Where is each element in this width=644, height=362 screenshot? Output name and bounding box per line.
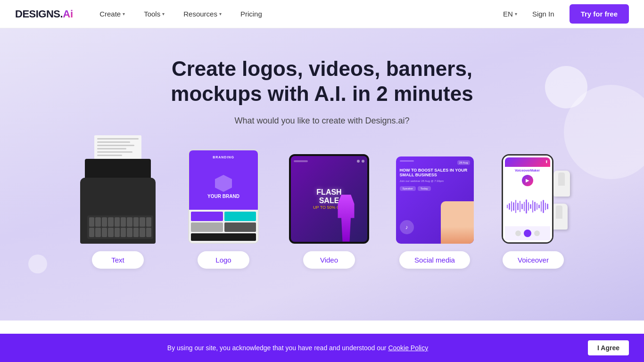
- wave-bar: [543, 200, 544, 213]
- navbar: DESIGNS.Ai Create ▾ Tools ▾ Resources ▾ …: [0, 0, 644, 28]
- wave-bar: [526, 199, 527, 214]
- social-tag: Today: [418, 186, 431, 191]
- tablet-color-grid: [189, 210, 258, 243]
- paper-line: [97, 141, 130, 143]
- video-icons: [357, 160, 364, 163]
- card-text-label: Text: [92, 251, 144, 269]
- logo-tablet-illustration: BRANDING YOUR BRAND: [188, 149, 259, 244]
- key: [115, 228, 120, 237]
- key: [146, 228, 151, 237]
- key: [127, 217, 132, 227]
- cookie-agree-button[interactable]: I Agree: [588, 340, 629, 355]
- grid-cell: [191, 222, 223, 232]
- wave-bar: [547, 204, 548, 209]
- social-date-badge: 28 Aug: [457, 160, 470, 165]
- brand-hexagon: [215, 175, 232, 192]
- cookie-policy-link[interactable]: Cookie Policy: [388, 344, 428, 352]
- wave-bar: [507, 205, 508, 208]
- wave-bar: [520, 201, 521, 212]
- control-dot: [534, 230, 540, 236]
- face-gradient: [441, 201, 474, 244]
- wave-bar: [545, 203, 546, 210]
- social-face: [441, 201, 474, 244]
- cookie-text: By using our site, you acknowledge that …: [15, 344, 580, 352]
- key: [121, 228, 126, 237]
- wave-bar: [509, 203, 510, 210]
- chevron-down-icon: ▾: [123, 11, 125, 16]
- control-dot-active: [524, 230, 531, 237]
- control-dot: [515, 230, 521, 236]
- wave-bar: [538, 205, 540, 208]
- icon-dot: [362, 160, 364, 163]
- key: [108, 217, 113, 227]
- top-bar-line: [400, 160, 414, 162]
- card-video-label: Video: [303, 251, 355, 269]
- card-video-image: FLASHSALE UP TO 50% OFF: [282, 149, 376, 244]
- flash-sale-text: FLASHSALE: [316, 188, 341, 205]
- decorative-circle: [28, 255, 47, 273]
- video-content: FLASHSALE UP TO 50% OFF: [291, 156, 367, 242]
- card-logo-image: BRANDING YOUR BRAND: [176, 149, 271, 244]
- paper-line: [97, 155, 122, 156]
- nav-create[interactable]: Create ▾: [92, 6, 132, 22]
- card-social-image: 28 Aug HOW TO BOOST SALES IN YOUR SMALL …: [388, 149, 482, 244]
- nav-links: Create ▾ Tools ▾ Resources ▾ Pricing: [92, 6, 503, 22]
- key: [115, 217, 120, 227]
- card-voiceover-label: Voiceover: [503, 251, 564, 269]
- card-video[interactable]: FLASHSALE UP TO 50% OFF Video: [282, 149, 376, 269]
- typewriter-illustration: [78, 154, 158, 244]
- wave-bar: [532, 200, 534, 213]
- paper-line: [97, 138, 139, 140]
- card-text-image: [71, 149, 165, 244]
- card-text[interactable]: Text: [71, 149, 165, 269]
- grid-cell: [191, 233, 256, 241]
- paper-line: [97, 145, 134, 146]
- video-top-bar: [291, 160, 367, 163]
- hero-section: Create logos, videos, banners, mockups w…: [0, 28, 644, 321]
- sign-in-button[interactable]: Sign In: [525, 6, 562, 22]
- typewriter-body: [80, 178, 156, 244]
- card-social-media[interactable]: 28 Aug HOW TO BOOST SALES IN YOUR SMALL …: [388, 149, 482, 269]
- key: [121, 217, 126, 227]
- phone-controls: [505, 226, 550, 240]
- voiceover-illustration: ⬆ VoiceoverMaker ▶: [497, 152, 570, 244]
- card-social-label: Social media: [399, 251, 470, 269]
- nav-right: EN ▾ Sign In Try for free: [503, 4, 629, 24]
- key: [95, 228, 100, 237]
- nav-resources[interactable]: Resources ▾: [176, 6, 229, 22]
- play-button-area: ▶: [505, 174, 550, 187]
- lang-selector[interactable]: EN ▾: [503, 10, 517, 18]
- nav-create-label: Create: [99, 10, 121, 18]
- key: [133, 217, 139, 227]
- airpod-stem: [558, 173, 565, 186]
- card-voiceover-image: ⬆ VoiceoverMaker ▶: [493, 149, 573, 244]
- key: [140, 228, 145, 237]
- grid-cell: [191, 212, 223, 221]
- chevron-down-icon: ▾: [162, 11, 165, 16]
- nav-tools[interactable]: Tools ▾: [136, 6, 172, 22]
- logo[interactable]: DESIGNS.Ai: [15, 8, 73, 20]
- nav-pricing[interactable]: Pricing: [233, 6, 270, 22]
- try-free-button[interactable]: Try for free: [570, 4, 629, 24]
- card-logo[interactable]: BRANDING YOUR BRAND Logo: [176, 149, 271, 269]
- card-logo-label: Logo: [198, 251, 249, 269]
- wave-bar: [521, 204, 523, 209]
- wave-bar: [541, 201, 542, 212]
- grid-cell: [224, 222, 256, 232]
- airpod-stem: [556, 206, 562, 219]
- wave-bar: [528, 202, 529, 211]
- key: [89, 228, 94, 237]
- key: [108, 228, 113, 237]
- phone-screen: ⬆ VoiceoverMaker ▶: [503, 156, 552, 242]
- wave-bar: [530, 204, 531, 209]
- play-icon: ▶: [522, 175, 533, 186]
- waveform-area: [505, 187, 550, 226]
- paper-line: [97, 148, 126, 149]
- wave-bar: [513, 202, 514, 211]
- tablet-header: BRANDING: [189, 150, 258, 165]
- speaker-icon: ♪: [400, 220, 414, 234]
- social-tag: Speaker: [400, 186, 416, 191]
- card-voiceover[interactable]: ⬆ VoiceoverMaker ▶: [493, 149, 573, 269]
- key: [102, 228, 107, 237]
- brand-name-text: YOUR BRAND: [207, 194, 239, 199]
